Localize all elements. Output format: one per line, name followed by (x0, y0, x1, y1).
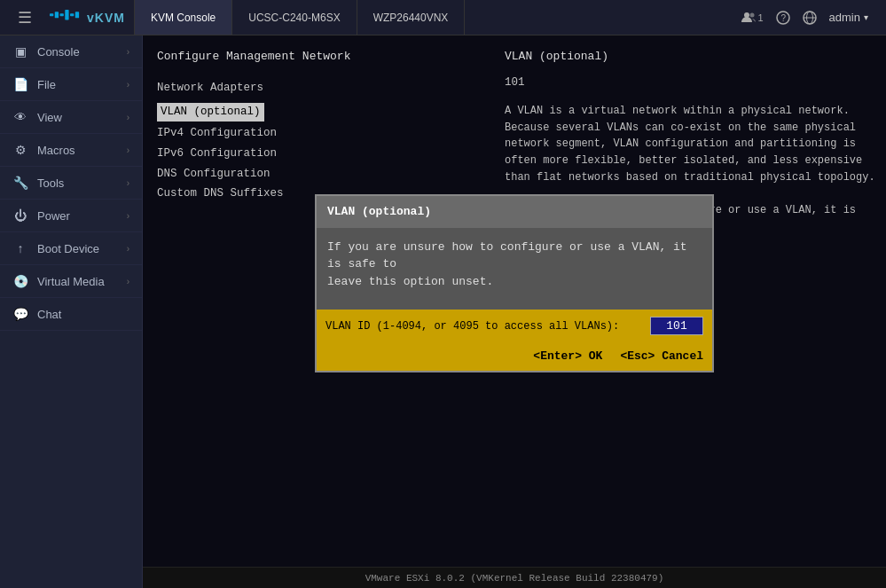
kvm-screen[interactable]: Configure Management Network Network Ada… (143, 35, 886, 567)
terminal-content: Configure Management Network Network Ada… (143, 35, 886, 567)
kvm-main-area: Configure Management Network Network Ada… (143, 35, 886, 588)
menu-item-network: Network Adapters (157, 80, 490, 97)
arrow-icon: › (127, 277, 129, 286)
dialog-ok-button[interactable]: <Enter> OK (533, 348, 602, 365)
sidebar-item-chat[interactable]: 💬 Chat (0, 298, 142, 331)
topbar-actions: 1 ? admin ▾ (741, 11, 877, 25)
sidebar-item-file[interactable]: 📄 File › (0, 68, 142, 101)
tab-bar: KVM Console UCSC-C240-M6SX WZP26440VNX (135, 0, 742, 35)
cisco-logo-icon (50, 10, 82, 26)
virtual-media-icon: 💿 (12, 274, 28, 288)
sidebar-item-tools[interactable]: 🔧 Tools › (0, 167, 142, 200)
tab-kvm-console[interactable]: KVM Console (135, 0, 232, 35)
svg-rect-4 (70, 13, 74, 16)
sidebar-item-view[interactable]: 👁 View › (0, 101, 142, 134)
svg-rect-5 (75, 12, 79, 18)
svg-text:?: ? (780, 13, 786, 23)
user-count-icon[interactable]: 1 (741, 11, 763, 25)
macros-icon: ⚙ (12, 143, 28, 157)
vlan-id-input[interactable] (650, 317, 703, 335)
arrow-icon: › (127, 113, 129, 122)
sidebar-item-power[interactable]: ⏻ Power › (0, 200, 142, 232)
menu-item-vlan-selected: VLAN (optional) (157, 103, 264, 122)
sidebar-item-virtual-media[interactable]: 💿 Virtual Media › (0, 265, 142, 298)
right-value: 101 (505, 74, 875, 91)
main-title: Configure Management Network (157, 48, 490, 66)
svg-point-7 (750, 12, 755, 17)
console-icon: ▣ (12, 44, 28, 59)
svg-rect-2 (60, 13, 64, 16)
view-icon: 👁 (12, 110, 28, 124)
sidebar-item-boot-device[interactable]: ↑ Boot Device › (0, 232, 142, 265)
vmware-footer: VMware ESXi 8.0.2 (VMKernel Release Buil… (143, 567, 886, 588)
power-icon: ⏻ (12, 208, 28, 223)
boot-icon: ↑ (12, 241, 28, 255)
dialog-actions: <Enter> OK <Esc> Cancel (317, 342, 712, 371)
chat-icon: 💬 (12, 307, 28, 321)
vlan-dialog[interactable]: VLAN (optional) If you are unsure how to… (315, 194, 714, 372)
dialog-title: VLAN (optional) (317, 196, 712, 228)
logo: vKVM (41, 0, 135, 35)
dialog-input-label: VLAN ID (1-4094, or 4095 to access all V… (325, 318, 650, 334)
svg-rect-3 (65, 10, 68, 20)
arrow-icon: › (127, 47, 129, 57)
arrow-icon: › (127, 211, 129, 221)
menu-item-ipv4: IPv4 Configuration (157, 125, 490, 142)
menu-item-ipv6: IPv6 Configuration (157, 145, 490, 162)
dialog-input-row: VLAN ID (1-4094, or 4095 to access all V… (317, 310, 712, 342)
menu-item-dns: DNS Configuration (157, 166, 490, 183)
topbar: ☰ vKVM KVM Console UCSC-C240-M6SX WZP264… (0, 0, 886, 35)
sidebar: ▣ Console › 📄 File › 👁 View › ⚙ Macros ›… (0, 35, 143, 588)
dialog-body: If you are unsure how to configure or us… (317, 228, 712, 310)
arrow-icon: › (127, 244, 129, 254)
tab-wzp[interactable]: WZP26440VNX (357, 0, 466, 35)
main-layout: ▣ Console › 📄 File › 👁 View › ⚙ Macros ›… (0, 35, 886, 588)
file-icon: 📄 (12, 77, 28, 91)
sidebar-item-macros[interactable]: ⚙ Macros › (0, 134, 142, 167)
help-icon[interactable]: ? (776, 11, 790, 25)
tools-icon: 🔧 (12, 176, 28, 190)
arrow-icon: › (127, 178, 129, 188)
arrow-icon: › (127, 145, 129, 155)
users-icon (741, 11, 756, 25)
svg-rect-0 (50, 13, 53, 16)
hamburger-menu[interactable]: ☰ (9, 0, 41, 35)
user-label[interactable]: admin ▾ (829, 11, 868, 24)
vmware-footer-text: VMware ESXi 8.0.2 (VMKernel Release Buil… (365, 573, 664, 584)
dialog-cancel-button[interactable]: <Esc> Cancel (620, 348, 703, 365)
arrow-icon: › (127, 80, 129, 90)
dialog-description: If you are unsure how to configure or us… (327, 239, 702, 291)
globe-icon[interactable] (803, 11, 817, 25)
right-section-title: VLAN (optional) (505, 48, 875, 66)
svg-rect-1 (55, 12, 59, 18)
sidebar-item-console[interactable]: ▣ Console › (0, 35, 142, 68)
brand-label: vKVM (87, 11, 125, 25)
tab-ucsc[interactable]: UCSC-C240-M6SX (232, 0, 357, 35)
